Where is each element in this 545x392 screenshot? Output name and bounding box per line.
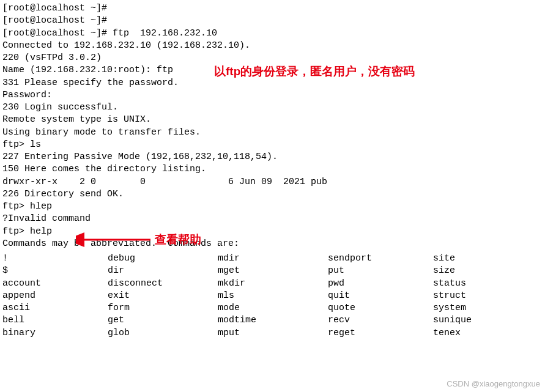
cmd-cell: system [433, 302, 506, 314]
cmd-cell: glob [108, 327, 218, 339]
cmd-cell: quote [328, 302, 433, 314]
cmd-cell: mode [218, 302, 328, 314]
cmd-cell: get [108, 314, 218, 327]
cmd-cell: status [433, 278, 506, 290]
commands-header-line: Commands may be abbreviated. Commands ar… [2, 238, 543, 250]
cmd-cell: $ [2, 265, 108, 277]
passive-mode-line: 227 Entering Passive Mode (192,168,232,1… [2, 151, 543, 163]
server-banner-line: 220 (vsFTPd 3.0.2) [2, 52, 543, 64]
cmd-cell: ascii [2, 302, 108, 314]
ftp-ls-line: ftp> ls [2, 139, 543, 151]
cmd-cell: form [108, 302, 218, 314]
help-commands-table: ! debug mdir sendport site $ dir mget pu… [2, 253, 506, 339]
table-row: bell get modtime recv sunique [2, 314, 506, 327]
cmd-cell: reget [328, 327, 433, 339]
cmd-cell: account [2, 278, 108, 290]
cmd-cell: sunique [433, 314, 506, 327]
cmd-cell: dir [108, 265, 218, 277]
cmd-cell: disconnect [108, 278, 218, 290]
cmd-cell: put [328, 265, 433, 277]
cmd-cell: site [433, 253, 506, 265]
cmd-cell: pwd [328, 278, 433, 290]
dir-listing-header-line: 150 Here comes the directory listing. [2, 163, 543, 176]
cmd-cell: mkdir [218, 278, 328, 290]
cmd-cell: mls [218, 290, 328, 302]
watermark-text: CSDN @xiaogengtongxue [447, 379, 540, 390]
cmd-cell: modtime [218, 314, 328, 327]
prompt-line: [root@localhost ~]# [2, 15, 543, 27]
cmd-cell: ! [2, 253, 108, 265]
cmd-cell: binary [2, 327, 108, 339]
cmd-cell: exit [108, 290, 218, 302]
prompt-line: [root@localhost ~]# [2, 2, 543, 15]
cmd-cell: mput [218, 327, 328, 339]
cmd-cell: struct [433, 290, 506, 302]
cmd-cell: append [2, 290, 108, 302]
table-row: binary glob mput reget tenex [2, 327, 506, 339]
table-row: $ dir mget put size [2, 265, 506, 277]
cmd-cell: size [433, 265, 506, 277]
table-row: account disconnect mkdir pwd status [2, 278, 506, 290]
cmd-cell: quit [328, 290, 433, 302]
binary-mode-line: Using binary mode to transfer files. [2, 127, 543, 139]
cmd-cell: sendport [328, 253, 433, 265]
annotation-login-note: 以ftp的身份登录，匿名用户，没有密码 [214, 64, 415, 80]
table-row: append exit mls quit struct [2, 290, 506, 302]
cmd-cell: mget [218, 265, 328, 277]
dir-entry-line: drwxr-xr-x 2 0 0 6 Jun 09 2021 pub [2, 176, 543, 188]
terminal-output: [root@localhost ~]# [root@localhost ~]# … [2, 2, 543, 339]
ftp-hlep-line: ftp> hlep [2, 201, 543, 213]
cmd-cell: bell [2, 314, 108, 327]
connected-line: Connected to 192.168.232.10 (192.168.232… [2, 40, 543, 52]
cmd-cell: tenex [433, 327, 506, 339]
password-prompt-line: Password: [2, 89, 543, 102]
cmd-cell: mdir [218, 253, 328, 265]
cmd-cell: recv [328, 314, 433, 327]
system-type-line: Remote system type is UNIX. [2, 114, 543, 126]
ftp-command-line: [root@localhost ~]# ftp 192.168.232.10 [2, 28, 543, 40]
cmd-cell: debug [108, 253, 218, 265]
annotation-help-note: 查看帮助 [155, 232, 201, 248]
invalid-command-line: ?Invalid command [2, 213, 543, 225]
login-success-line: 230 Login successful. [2, 102, 543, 114]
ftp-help-line: ftp> help [2, 226, 543, 238]
table-row: ! debug mdir sendport site [2, 253, 506, 265]
table-row: ascii form mode quote system [2, 302, 506, 314]
dir-send-ok-line: 226 Directory send OK. [2, 188, 543, 201]
